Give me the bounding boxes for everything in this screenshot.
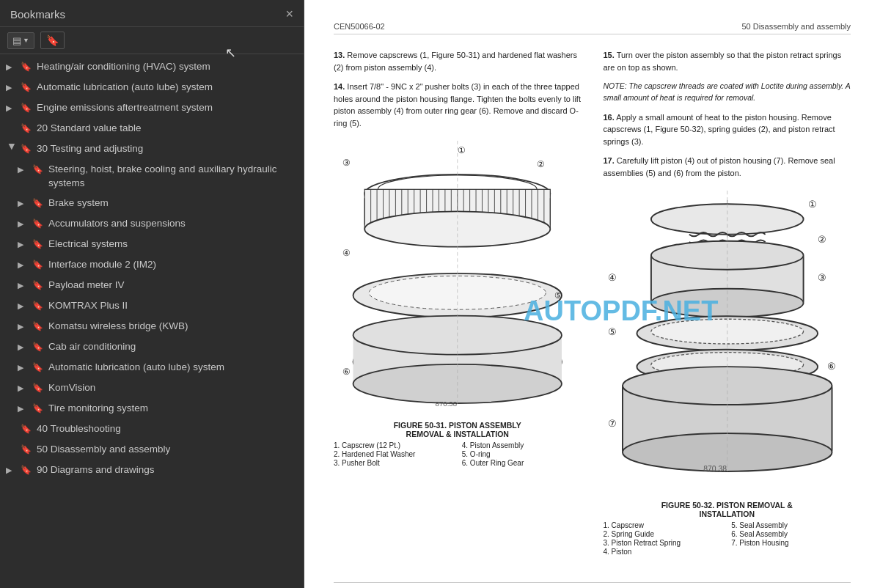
sidebar-item-komvision[interactable]: ▶🔖KomVision — [0, 378, 304, 399]
sidebar-item-accumulators[interactable]: ▶🔖Accumulators and suspensions — [0, 214, 304, 235]
chevron-brake-system: ▶ — [18, 198, 29, 209]
sidebar-item-autolube[interactable]: ▶🔖Automatic lubrication (auto lube) syst… — [0, 78, 304, 98]
sidebar-item-komtrax[interactable]: ▶🔖KOMTRAX Plus II — [0, 296, 304, 317]
note-text: NOTE: The capscrew threads are coated wi… — [604, 81, 851, 104]
step-17: 17. Carefully lift piston (4) out of pis… — [604, 155, 851, 179]
sidebar-item-autolube2[interactable]: ▶🔖Automatic lubrication (auto lube) syst… — [0, 358, 304, 378]
sidebar-label-tire-monitoring: Tire monitoring system — [48, 402, 298, 416]
sidebar-item-hvac[interactable]: ▶🔖Heating/air conditioning (HVAC) system — [0, 57, 304, 78]
svg-text:⑦: ⑦ — [608, 418, 617, 429]
bookmark-icon-engine-emissions: 🔖 — [21, 102, 32, 114]
bookmark-icon-tire-monitoring: 🔖 — [32, 403, 44, 415]
sidebar-item-disassembly[interactable]: 🔖50 Disassembly and assembly — [0, 440, 304, 460]
list-view-button[interactable]: ▤ ▼ — [7, 32, 34, 49]
sidebar-label-komtrax: KOMTRAX Plus II — [48, 299, 298, 313]
chevron-komatsu-wireless: ▶ — [18, 321, 29, 332]
sidebar-item-payload-meter[interactable]: ▶🔖Payload meter IV — [0, 276, 304, 296]
sidebar-label-interface-module: Interface module 2 (IM2) — [48, 258, 298, 272]
sidebar-item-electrical-systems[interactable]: ▶🔖Electrical systems — [0, 235, 304, 255]
figure-50-32-caption: FIGURE 50-32. PISTON REMOVAL &INSTALLATI… — [604, 501, 851, 518]
bookmark-icon-interface-module: 🔖 — [32, 259, 44, 271]
bookmark-icon-payload-meter: 🔖 — [32, 279, 44, 292]
sidebar-label-komatsu-wireless: Komatsu wireless bridge (KWB) — [48, 320, 298, 334]
bookmark-icon-komvision: 🔖 — [32, 382, 44, 394]
sidebar-label-engine-emissions: Engine emissions aftertreatment system — [37, 101, 298, 115]
sidebar-list: ▶🔖Heating/air conditioning (HVAC) system… — [0, 54, 304, 588]
chevron-diagrams: ▶ — [6, 465, 18, 476]
svg-text:⑤: ⑤ — [554, 290, 562, 301]
svg-text:⑤: ⑤ — [608, 326, 617, 337]
list-icon: ▤ — [12, 35, 21, 46]
svg-text:①: ① — [458, 145, 466, 155]
bookmark-icon-accumulators: 🔖 — [32, 218, 44, 230]
bookmark-icon-standard-value: 🔖 — [21, 122, 32, 135]
bookmark-icon-steering-hoist: 🔖 — [32, 163, 44, 176]
svg-text:①: ① — [808, 199, 817, 210]
svg-text:③: ③ — [818, 272, 826, 283]
chevron-cab-ac: ▶ — [18, 342, 29, 353]
left-column: 13. Remove capscrews (1, Figure 50-31) a… — [334, 49, 582, 567]
sidebar-item-testing-adjusting[interactable]: ▶🔖30 Testing and adjusting — [0, 139, 304, 160]
sidebar-label-electrical-systems: Electrical systems — [48, 238, 298, 251]
sidebar-label-troubleshooting: 40 Troubleshooting — [37, 422, 298, 436]
chevron-interface-module: ▶ — [18, 260, 29, 271]
bookmark-icon-komatsu-wireless: 🔖 — [32, 320, 44, 333]
bookmark-icon-autolube2: 🔖 — [32, 361, 44, 374]
right-column: 15. Turn over the piston assembly so tha… — [604, 49, 851, 567]
content-columns: 13. Remove capscrews (1, Figure 50-31) a… — [334, 49, 851, 567]
sidebar-label-accumulators: Accumulators and suspensions — [48, 217, 298, 231]
sidebar-item-cab-ac[interactable]: ▶🔖Cab air conditioning — [0, 337, 304, 358]
section-title: 50 Disassembly and assembly — [741, 22, 851, 31]
main-content: CEN50066-02 50 Disassembly and assembly … — [304, 0, 880, 588]
svg-text:②: ② — [537, 159, 545, 169]
sidebar-item-tire-monitoring[interactable]: ▶🔖Tire monitoring system — [0, 399, 304, 419]
svg-text:⑥: ⑥ — [342, 367, 351, 377]
bookmark-icon: 🔖 — [46, 34, 59, 46]
sidebar-item-interface-module[interactable]: ▶🔖Interface module 2 (IM2) — [0, 255, 304, 276]
bookmark-icon-cab-ac: 🔖 — [32, 341, 44, 353]
figure-50-32: ① ② ③ — [604, 191, 851, 556]
bookmark-icon-brake-system: 🔖 — [32, 197, 44, 210]
svg-text:870.38: 870.38 — [436, 400, 457, 408]
chevron-autolube: ▶ — [6, 82, 18, 93]
sidebar-item-komatsu-wireless[interactable]: ▶🔖Komatsu wireless bridge (KWB) — [0, 317, 304, 337]
close-button[interactable]: × — [285, 7, 293, 21]
page-area: CEN50066-02 50 Disassembly and assembly … — [304, 0, 880, 588]
chevron-tire-monitoring: ▶ — [18, 403, 29, 414]
chevron-hvac: ▶ — [6, 62, 18, 73]
sidebar-header: Bookmarks ↖ × — [0, 0, 304, 27]
sidebar-item-standard-value[interactable]: 🔖20 Standard value table — [0, 119, 304, 139]
chevron-komtrax: ▶ — [18, 301, 29, 312]
sidebar-toolbar: ▤ ▼ 🔖 — [0, 27, 304, 54]
bookmark-button[interactable]: 🔖 — [40, 32, 65, 49]
sidebar-item-engine-emissions[interactable]: ▶🔖Engine emissions aftertreatment system — [0, 98, 304, 119]
svg-text:⑥: ⑥ — [827, 361, 836, 372]
svg-text:870.38: 870.38 — [703, 465, 727, 473]
sidebar-item-troubleshooting[interactable]: 🔖40 Troubleshooting — [0, 419, 304, 440]
step-15: 15. Turn over the piston assembly so tha… — [604, 49, 851, 73]
sidebar-label-steering-hoist: Steering, hoist, brake cooling and auxil… — [48, 163, 298, 191]
page-header: CEN50066-02 50 Disassembly and assembly — [334, 22, 851, 34]
sidebar-label-brake-system: Brake system — [48, 196, 298, 210]
sidebar-label-autolube2: Automatic lubrication (auto lube) system — [48, 361, 298, 375]
figure-50-31: ③ ① ② — [334, 141, 582, 467]
page-number: 22 — [334, 582, 851, 588]
doc-id: CEN50066-02 — [334, 22, 385, 31]
figure-50-32-svg: ① ② ③ — [604, 191, 851, 495]
bookmark-icon-diagrams: 🔖 — [21, 464, 32, 477]
bookmark-icon-disassembly: 🔖 — [21, 444, 32, 456]
chevron-komvision: ▶ — [18, 383, 29, 394]
chevron-engine-emissions: ▶ — [6, 103, 18, 114]
sidebar-label-payload-meter: Payload meter IV — [48, 279, 298, 293]
figure-50-32-legend: 1. Capscrew5. Seal Assembly 2. Spring Gu… — [604, 521, 851, 556]
sidebar-item-diagrams[interactable]: ▶🔖90 Diagrams and drawings — [0, 460, 304, 481]
svg-text:④: ④ — [608, 272, 617, 283]
figure-50-31-legend: 1. Capscrew (12 Pt.)4. Piston Assembly 2… — [334, 441, 582, 467]
sidebar-label-diagrams: 90 Diagrams and drawings — [37, 463, 298, 477]
svg-text:②: ② — [818, 234, 826, 245]
sidebar-item-brake-system[interactable]: ▶🔖Brake system — [0, 194, 304, 214]
svg-text:④: ④ — [342, 248, 351, 258]
sidebar-item-steering-hoist[interactable]: ▶🔖Steering, hoist, brake cooling and aux… — [0, 160, 304, 194]
sidebar-label-testing-adjusting: 30 Testing and adjusting — [37, 142, 298, 156]
chevron-electrical-systems: ▶ — [18, 239, 29, 250]
